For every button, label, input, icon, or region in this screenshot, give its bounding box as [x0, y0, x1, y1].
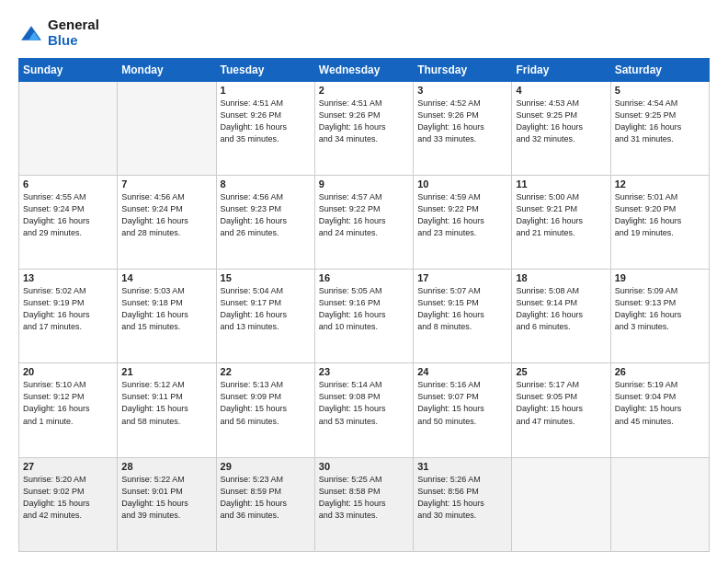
calendar-cell: 21Sunrise: 5:12 AM Sunset: 9:11 PM Dayli…	[118, 363, 216, 457]
day-number: 15	[221, 272, 311, 283]
cell-info: Sunrise: 4:54 AM Sunset: 9:25 PM Dayligh…	[615, 98, 705, 145]
calendar-cell: 30Sunrise: 5:25 AM Sunset: 8:58 PM Dayli…	[314, 457, 413, 551]
cell-info: Sunrise: 5:08 AM Sunset: 9:14 PM Dayligh…	[516, 285, 606, 333]
calendar-cell: 12Sunrise: 5:01 AM Sunset: 9:20 PM Dayli…	[610, 175, 709, 269]
day-number: 23	[319, 366, 409, 377]
day-number: 5	[615, 85, 705, 96]
calendar-cell	[512, 457, 610, 551]
logo-icon	[18, 20, 44, 46]
cell-info: Sunrise: 4:55 AM Sunset: 9:24 PM Dayligh…	[23, 191, 113, 239]
day-header-monday: Monday	[118, 58, 216, 81]
day-header-saturday: Saturday	[610, 58, 709, 81]
calendar-cell: 27Sunrise: 5:20 AM Sunset: 9:02 PM Dayli…	[19, 457, 118, 551]
day-number: 25	[516, 366, 606, 377]
cell-info: Sunrise: 5:04 AM Sunset: 9:17 PM Dayligh…	[221, 285, 311, 333]
calendar-cell	[118, 81, 216, 175]
day-number: 19	[615, 272, 705, 283]
cell-info: Sunrise: 5:19 AM Sunset: 9:04 PM Dayligh…	[615, 379, 705, 427]
cell-info: Sunrise: 5:01 AM Sunset: 9:20 PM Dayligh…	[615, 191, 705, 239]
cell-info: Sunrise: 4:51 AM Sunset: 9:26 PM Dayligh…	[221, 98, 311, 145]
calendar-cell: 11Sunrise: 5:00 AM Sunset: 9:21 PM Dayli…	[512, 175, 610, 269]
calendar-cell: 1Sunrise: 4:51 AM Sunset: 9:26 PM Daylig…	[216, 81, 314, 175]
calendar-cell: 28Sunrise: 5:22 AM Sunset: 9:01 PM Dayli…	[118, 457, 216, 551]
day-number: 22	[221, 366, 311, 377]
cell-info: Sunrise: 5:17 AM Sunset: 9:05 PM Dayligh…	[516, 379, 606, 427]
day-number: 24	[417, 366, 507, 377]
calendar-cell: 15Sunrise: 5:04 AM Sunset: 9:17 PM Dayli…	[216, 270, 314, 363]
calendar-cell: 7Sunrise: 4:56 AM Sunset: 9:24 PM Daylig…	[118, 175, 216, 269]
calendar-cell: 9Sunrise: 4:57 AM Sunset: 9:22 PM Daylig…	[314, 175, 413, 269]
calendar-cell: 10Sunrise: 4:59 AM Sunset: 9:22 PM Dayli…	[414, 175, 512, 269]
day-number: 26	[615, 366, 705, 377]
day-number: 31	[417, 461, 507, 472]
page: General Blue SundayMondayTuesdayWednesda…	[0, 0, 728, 563]
day-number: 21	[121, 366, 211, 377]
calendar-cell: 19Sunrise: 5:09 AM Sunset: 9:13 PM Dayli…	[610, 270, 709, 363]
day-number: 20	[23, 366, 113, 377]
day-number: 10	[417, 178, 507, 190]
calendar-week-2: 6Sunrise: 4:55 AM Sunset: 9:24 PM Daylig…	[19, 175, 710, 269]
cell-info: Sunrise: 5:14 AM Sunset: 9:08 PM Dayligh…	[319, 379, 409, 427]
cell-info: Sunrise: 5:00 AM Sunset: 9:21 PM Dayligh…	[516, 191, 606, 239]
calendar-cell: 2Sunrise: 4:51 AM Sunset: 9:26 PM Daylig…	[314, 81, 413, 175]
day-number: 27	[23, 461, 113, 472]
header: General Blue	[18, 17, 710, 49]
day-header-wednesday: Wednesday	[314, 58, 413, 81]
cell-info: Sunrise: 5:25 AM Sunset: 8:58 PM Dayligh…	[319, 474, 409, 522]
cell-info: Sunrise: 4:52 AM Sunset: 9:26 PM Dayligh…	[417, 98, 507, 145]
cell-info: Sunrise: 4:56 AM Sunset: 9:23 PM Dayligh…	[221, 191, 311, 239]
calendar-cell: 14Sunrise: 5:03 AM Sunset: 9:18 PM Dayli…	[118, 270, 216, 363]
cell-info: Sunrise: 5:16 AM Sunset: 9:07 PM Dayligh…	[417, 379, 507, 427]
day-number: 11	[516, 178, 606, 190]
day-number: 30	[319, 461, 409, 472]
cell-info: Sunrise: 5:07 AM Sunset: 9:15 PM Dayligh…	[417, 285, 507, 333]
cell-info: Sunrise: 4:59 AM Sunset: 9:22 PM Dayligh…	[417, 191, 507, 239]
logo: General Blue	[18, 17, 99, 49]
day-number: 28	[121, 461, 211, 472]
cell-info: Sunrise: 5:05 AM Sunset: 9:16 PM Dayligh…	[319, 285, 409, 333]
calendar-cell: 13Sunrise: 5:02 AM Sunset: 9:19 PM Dayli…	[19, 270, 118, 363]
cell-info: Sunrise: 5:09 AM Sunset: 9:13 PM Dayligh…	[615, 285, 705, 333]
day-number: 8	[221, 178, 311, 190]
calendar-cell: 24Sunrise: 5:16 AM Sunset: 9:07 PM Dayli…	[414, 363, 512, 457]
cell-info: Sunrise: 5:03 AM Sunset: 9:18 PM Dayligh…	[121, 285, 211, 333]
calendar-week-1: 1Sunrise: 4:51 AM Sunset: 9:26 PM Daylig…	[19, 81, 710, 175]
calendar-cell	[610, 457, 709, 551]
calendar-cell	[19, 81, 118, 175]
day-number: 3	[417, 85, 507, 96]
cell-info: Sunrise: 5:12 AM Sunset: 9:11 PM Dayligh…	[121, 379, 211, 427]
day-header-thursday: Thursday	[414, 58, 512, 81]
calendar-week-4: 20Sunrise: 5:10 AM Sunset: 9:12 PM Dayli…	[19, 363, 710, 457]
day-number: 12	[615, 178, 705, 190]
day-header-friday: Friday	[512, 58, 610, 81]
cell-info: Sunrise: 5:22 AM Sunset: 9:01 PM Dayligh…	[121, 474, 211, 522]
day-number: 13	[23, 272, 113, 283]
calendar-table: SundayMondayTuesdayWednesdayThursdayFrid…	[18, 58, 710, 553]
day-number: 29	[221, 461, 311, 472]
cell-info: Sunrise: 4:53 AM Sunset: 9:25 PM Dayligh…	[516, 98, 606, 145]
day-number: 1	[221, 85, 311, 96]
cell-info: Sunrise: 4:57 AM Sunset: 9:22 PM Dayligh…	[319, 191, 409, 239]
cell-info: Sunrise: 5:10 AM Sunset: 9:12 PM Dayligh…	[23, 379, 113, 427]
calendar-cell: 5Sunrise: 4:54 AM Sunset: 9:25 PM Daylig…	[610, 81, 709, 175]
day-number: 2	[319, 85, 409, 96]
day-number: 16	[319, 272, 409, 283]
day-number: 14	[121, 272, 211, 283]
cell-info: Sunrise: 5:23 AM Sunset: 8:59 PM Dayligh…	[221, 474, 311, 522]
cell-info: Sunrise: 5:13 AM Sunset: 9:09 PM Dayligh…	[221, 379, 311, 427]
day-number: 9	[319, 178, 409, 190]
calendar-cell: 20Sunrise: 5:10 AM Sunset: 9:12 PM Dayli…	[19, 363, 118, 457]
day-number: 18	[516, 272, 606, 283]
calendar-cell: 26Sunrise: 5:19 AM Sunset: 9:04 PM Dayli…	[610, 363, 709, 457]
calendar-cell: 29Sunrise: 5:23 AM Sunset: 8:59 PM Dayli…	[216, 457, 314, 551]
cell-info: Sunrise: 4:56 AM Sunset: 9:24 PM Dayligh…	[121, 191, 211, 239]
calendar-cell: 8Sunrise: 4:56 AM Sunset: 9:23 PM Daylig…	[216, 175, 314, 269]
calendar-week-3: 13Sunrise: 5:02 AM Sunset: 9:19 PM Dayli…	[19, 270, 710, 363]
day-number: 17	[417, 272, 507, 283]
calendar-cell: 22Sunrise: 5:13 AM Sunset: 9:09 PM Dayli…	[216, 363, 314, 457]
cell-info: Sunrise: 5:02 AM Sunset: 9:19 PM Dayligh…	[23, 285, 113, 333]
calendar-cell: 31Sunrise: 5:26 AM Sunset: 8:56 PM Dayli…	[414, 457, 512, 551]
calendar-cell: 16Sunrise: 5:05 AM Sunset: 9:16 PM Dayli…	[314, 270, 413, 363]
calendar-cell: 18Sunrise: 5:08 AM Sunset: 9:14 PM Dayli…	[512, 270, 610, 363]
calendar-cell: 3Sunrise: 4:52 AM Sunset: 9:26 PM Daylig…	[414, 81, 512, 175]
